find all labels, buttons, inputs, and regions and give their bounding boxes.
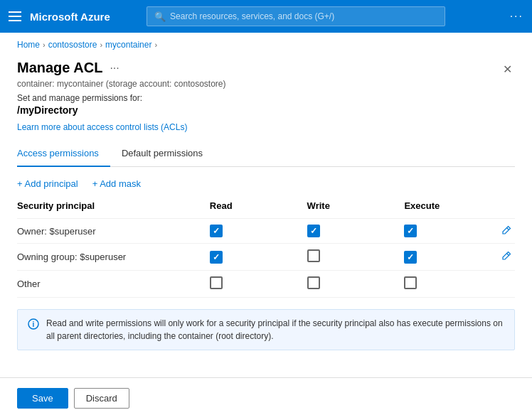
edit-other (487, 271, 515, 298)
read-other[interactable] (196, 271, 293, 298)
permissions-path: /myDirectory (17, 104, 515, 116)
acl-learn-more-link[interactable]: Learn more about access control lists (A… (17, 122, 187, 132)
breadcrumb-sep-3: › (154, 41, 157, 49)
add-principal-button[interactable]: + Add principal (17, 178, 78, 189)
read-owning-group[interactable] (196, 244, 293, 271)
info-icon: i (28, 318, 39, 335)
discard-button[interactable]: Discard (74, 388, 129, 409)
write-other[interactable] (293, 271, 390, 298)
edit-owning-group[interactable] (487, 244, 515, 271)
svg-rect-2 (9, 20, 21, 21)
breadcrumb-contosostore[interactable]: contosostore (48, 40, 97, 50)
checkbox-read-other[interactable] (210, 276, 223, 289)
breadcrumb-sep-1: › (43, 41, 46, 49)
checkbox-write-owner[interactable] (307, 225, 320, 237)
col-header-write: Write (293, 200, 390, 219)
checkbox-write-owning-group[interactable] (307, 249, 320, 262)
principal-other: Other (17, 271, 196, 298)
checkbox-read-owning-group[interactable] (210, 251, 223, 264)
execute-other[interactable] (390, 271, 487, 298)
permissions-for-label: Set and manage permissions for: (17, 93, 515, 103)
footer-buttons: Save Discard (0, 388, 532, 409)
topbar: Microsoft Azure 🔍 Search resources, serv… (0, 0, 532, 33)
execute-owner[interactable] (390, 219, 487, 244)
col-header-edit (487, 200, 515, 219)
svg-text:i: i (33, 320, 35, 328)
close-button[interactable]: ✕ (500, 60, 515, 79)
main-content: Manage ACL ··· ✕ container: mycontainer … (0, 53, 532, 365)
table-row: Owning group: $superuser (17, 244, 515, 271)
title-more-icon[interactable]: ··· (110, 62, 119, 75)
execute-owning-group[interactable] (390, 244, 487, 271)
search-icon: 🔍 (154, 11, 166, 22)
breadcrumb: Home › contosostore › mycontainer › (0, 33, 532, 53)
checkbox-execute-owner[interactable] (404, 225, 417, 237)
footer-divider (0, 377, 532, 378)
principal-owner: Owner: $superuser (17, 219, 196, 244)
edit-owner[interactable] (487, 219, 515, 244)
table-row: Other (17, 271, 515, 298)
title-row: Manage ACL ··· (17, 60, 515, 76)
col-header-principal: Security principal (17, 200, 196, 219)
app-title: Microsoft Azure (30, 11, 110, 23)
edit-owner-icon[interactable] (501, 226, 511, 237)
info-message: Read and write permissions will only wor… (46, 317, 504, 342)
search-bar[interactable]: 🔍 Search resources, services, and docs (… (147, 6, 445, 26)
principal-owning-group: Owning group: $superuser (17, 244, 196, 271)
checkbox-execute-owning-group[interactable] (404, 251, 417, 264)
hamburger-icon[interactable] (9, 11, 21, 21)
tab-access-permissions[interactable]: Access permissions (17, 142, 110, 167)
write-owning-group[interactable] (293, 244, 390, 271)
add-mask-button[interactable]: + Add mask (92, 178, 141, 189)
actions-row: + Add principal + Add mask (17, 178, 515, 189)
save-button[interactable]: Save (17, 388, 68, 409)
breadcrumb-home[interactable]: Home (17, 40, 40, 50)
svg-line-4 (507, 254, 509, 256)
edit-owning-group-icon[interactable] (501, 252, 511, 263)
read-owner[interactable] (196, 219, 293, 244)
col-header-execute: Execute (390, 200, 487, 219)
breadcrumb-sep-2: › (100, 41, 102, 49)
svg-rect-0 (9, 11, 21, 13)
table-row: Owner: $superuser (17, 219, 515, 244)
acl-table: Security principal Read Write Execute Ow… (17, 200, 515, 298)
info-box: i Read and write permissions will only w… (17, 309, 515, 350)
tab-default-permissions[interactable]: Default permissions (110, 142, 214, 167)
checkbox-execute-other[interactable] (404, 276, 417, 289)
search-placeholder: Search resources, services, and docs (G+… (170, 11, 334, 21)
page-title: Manage ACL (17, 60, 102, 76)
dialog-subtitle: container: mycontainer (storage account:… (17, 79, 515, 89)
topbar-more-icon[interactable]: ··· (510, 10, 523, 23)
breadcrumb-mycontainer[interactable]: mycontainer (105, 40, 151, 50)
svg-line-3 (507, 227, 509, 230)
checkbox-read-owner[interactable] (210, 225, 223, 237)
checkbox-write-other[interactable] (307, 276, 320, 289)
col-header-read: Read (196, 200, 293, 219)
svg-rect-1 (9, 16, 21, 17)
tabs: Access permissions Default permissions (17, 142, 515, 167)
write-owner[interactable] (293, 219, 390, 244)
